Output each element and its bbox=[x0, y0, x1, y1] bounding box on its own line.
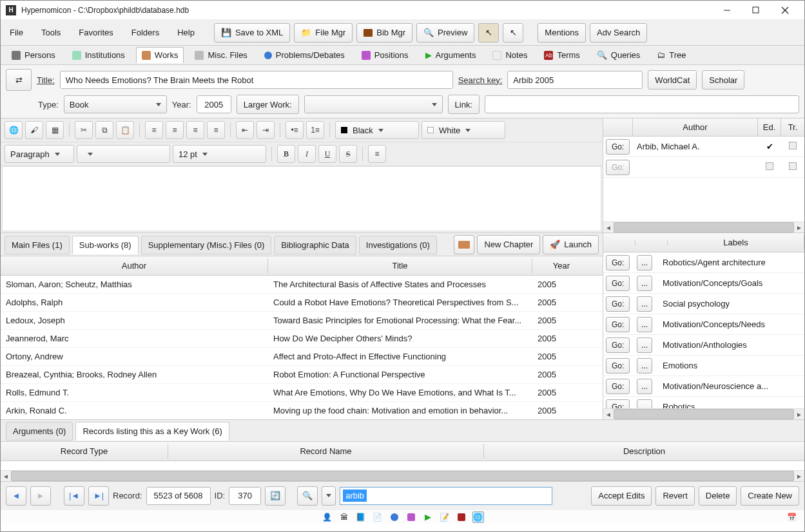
new-chapter-button[interactable]: New Chapter bbox=[477, 235, 540, 254]
institution-status-icon[interactable]: 🏛 bbox=[338, 511, 350, 523]
labels-col[interactable]: Labels bbox=[668, 235, 804, 250]
label-text[interactable]: Social psychology bbox=[659, 299, 804, 309]
close-button[interactable] bbox=[770, 1, 799, 19]
tab-arguments-bottom[interactable]: Arguments (0) bbox=[6, 422, 73, 441]
ed-checkbox[interactable]: ✔ bbox=[758, 142, 781, 151]
tab-problems[interactable]: Problems/Debates bbox=[258, 47, 351, 63]
strike-button[interactable]: S bbox=[339, 145, 357, 163]
label-text[interactable]: Robotics/Agent architecture bbox=[659, 258, 804, 267]
menu-folders[interactable]: Folders bbox=[128, 25, 163, 40]
table-row[interactable]: Ortony, AndrewAffect and Proto-Affect in… bbox=[1, 348, 603, 366]
refresh-button[interactable]: 🔄 bbox=[265, 486, 286, 506]
link-input[interactable] bbox=[485, 95, 799, 113]
align-right-button[interactable]: ≡ bbox=[186, 121, 204, 139]
col-author[interactable]: Author bbox=[1, 258, 268, 273]
author-go-button[interactable]: Go: bbox=[606, 139, 630, 155]
tab-tree[interactable]: 🗂Tree bbox=[651, 47, 692, 63]
bib-mgr-button[interactable]: Bib Mgr bbox=[356, 23, 412, 43]
label-go-button[interactable]: Go: bbox=[606, 379, 630, 394]
nav-forward-button[interactable]: ► bbox=[30, 486, 51, 506]
mentions-button[interactable]: Mentions bbox=[538, 23, 586, 43]
tab-persons[interactable]: Persons bbox=[6, 47, 61, 63]
underline-button[interactable]: U bbox=[318, 145, 336, 163]
tab-institutions[interactable]: Institutions bbox=[66, 47, 131, 63]
menu-help[interactable]: Help bbox=[173, 25, 199, 40]
col-title[interactable]: Title bbox=[268, 258, 532, 273]
label-more-button[interactable]: ... bbox=[637, 399, 652, 409]
term-status-icon[interactable] bbox=[456, 511, 467, 523]
search-field[interactable]: arbib bbox=[340, 487, 552, 505]
launch-button[interactable]: 🚀Launch bbox=[543, 235, 599, 254]
label-more-button[interactable]: ... bbox=[637, 337, 652, 353]
nav-first-button[interactable]: |◄ bbox=[64, 486, 84, 506]
tab-terms[interactable]: AbTerms bbox=[538, 47, 585, 63]
scholar-button[interactable]: Scholar bbox=[702, 70, 744, 90]
create-new-button[interactable]: Create New bbox=[741, 486, 799, 506]
position-status-icon[interactable] bbox=[405, 511, 417, 523]
copy-button[interactable]: ⧉ bbox=[95, 121, 113, 139]
label-text[interactable]: Motivation/Concepts/Goals bbox=[659, 278, 804, 288]
title-input[interactable]: Who Needs Emotions? The Brain Meets the … bbox=[60, 71, 453, 89]
col-year[interactable]: Year bbox=[532, 258, 590, 273]
year-input[interactable]: 2005 bbox=[197, 95, 231, 113]
web-status-icon[interactable]: 🌐 bbox=[472, 511, 484, 523]
tab-records-listing[interactable]: Records listing this as a Key Work (6) bbox=[75, 422, 229, 441]
font-select[interactable] bbox=[77, 145, 170, 163]
tree-nav-button[interactable]: ⇄ bbox=[6, 69, 32, 91]
web-icon-button[interactable]: 🌐 bbox=[5, 121, 23, 139]
title-label[interactable]: Title: bbox=[37, 75, 55, 85]
select-all-button[interactable]: ▦ bbox=[46, 121, 64, 139]
author-hscroll[interactable]: ◄► bbox=[603, 222, 804, 233]
tab-positions[interactable]: Positions bbox=[356, 47, 414, 63]
menu-file[interactable]: File bbox=[6, 25, 27, 40]
adv-search-button[interactable]: Adv Search bbox=[590, 23, 647, 43]
delete-button[interactable]: Delete bbox=[699, 486, 737, 506]
col-description[interactable]: Description bbox=[484, 444, 804, 459]
label-more-button[interactable]: ... bbox=[637, 296, 652, 312]
align-left-button[interactable]: ≡ bbox=[145, 121, 163, 139]
subtab-main-files[interactable]: Main Files (1) bbox=[5, 236, 70, 254]
nav-last-button[interactable]: ►| bbox=[88, 486, 109, 506]
argument-status-icon[interactable]: ▶ bbox=[422, 511, 434, 523]
clear-format-button[interactable]: ≡ bbox=[368, 145, 386, 163]
outdent-button[interactable]: ⇤ bbox=[236, 121, 254, 139]
file-mgr-button[interactable]: 📁 File Mgr bbox=[294, 23, 353, 43]
paste-button[interactable]: 📋 bbox=[116, 121, 134, 139]
author-name[interactable]: Arbib, Michael A. bbox=[633, 142, 758, 151]
person-status-icon[interactable]: 👤 bbox=[322, 511, 333, 523]
subtab-bib[interactable]: Bibliographic Data bbox=[274, 236, 356, 254]
searchkey-label[interactable]: Search key: bbox=[458, 75, 503, 85]
table-row[interactable]: Jeannerod, MarcHow Do We Decipher Others… bbox=[1, 330, 603, 348]
accept-edits-button[interactable]: Accept Edits bbox=[591, 486, 652, 506]
align-justify-button[interactable]: ≡ bbox=[207, 121, 225, 139]
worldcat-button[interactable]: WorldCat bbox=[648, 70, 697, 90]
table-row[interactable]: Rolls, Edmund T.What Are Emotions, Why D… bbox=[1, 384, 603, 402]
italic-button[interactable]: I bbox=[298, 145, 316, 163]
search-button[interactable]: 🔍 bbox=[297, 486, 318, 506]
label-text[interactable]: Motivation/Anthologies bbox=[659, 340, 804, 350]
nav-back-button[interactable]: ◄ bbox=[6, 486, 26, 506]
author-go-button[interactable]: Go: bbox=[606, 160, 630, 175]
labels-hscroll[interactable]: ◄► bbox=[603, 408, 804, 419]
pointer-b-button[interactable]: ↖ bbox=[503, 23, 523, 43]
label-text[interactable]: Motivation/Concepts/Needs bbox=[659, 319, 804, 329]
subtab-sub-works[interactable]: Sub-works (8) bbox=[72, 236, 139, 254]
label-go-button[interactable]: Go: bbox=[606, 317, 630, 332]
menu-tools[interactable]: Tools bbox=[37, 25, 64, 40]
label-go-button[interactable]: Go: bbox=[606, 337, 630, 353]
records-hscroll[interactable]: ◄► bbox=[1, 470, 804, 481]
menu-favorites[interactable]: Favorites bbox=[75, 25, 117, 40]
searchkey-input[interactable]: Arbib 2005 bbox=[507, 71, 643, 89]
type-select[interactable]: Book bbox=[64, 95, 167, 113]
editor-canvas[interactable] bbox=[2, 166, 601, 231]
size-select[interactable]: 12 pt bbox=[173, 145, 266, 163]
color-indicator-button[interactable] bbox=[454, 235, 474, 254]
tab-notes[interactable]: Notes bbox=[487, 47, 533, 63]
bold-button[interactable]: B bbox=[277, 145, 295, 163]
tab-works[interactable]: Works bbox=[136, 47, 184, 63]
ol-button[interactable]: 1≡ bbox=[306, 121, 324, 139]
ed-col[interactable]: Ed. bbox=[758, 119, 781, 136]
file-status-icon[interactable]: 📄 bbox=[372, 511, 383, 523]
tab-queries[interactable]: 🔍Queries bbox=[591, 47, 646, 63]
indent-button[interactable]: ⇥ bbox=[257, 121, 275, 139]
